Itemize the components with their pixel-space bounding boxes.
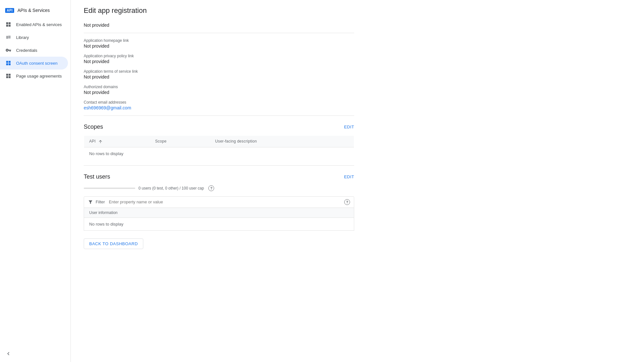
progress-text: 0 users (0 test, 0 other) / 100 user cap — [138, 186, 204, 190]
top-info-section: Not provided — [84, 20, 354, 28]
scopes-table-header: API Scope User-facing description — [84, 136, 354, 147]
scopes-title: Scopes — [84, 124, 103, 130]
privacy-value: Not provided — [84, 59, 354, 64]
scopes-no-rows: No rows to display — [84, 147, 354, 160]
email-section: Contact email addresses esh696969@gmail.… — [84, 100, 354, 110]
description-column-header: User-facing description — [210, 136, 354, 147]
page-title: Edit app registration — [84, 0, 354, 20]
api-column-header[interactable]: API — [84, 136, 150, 147]
sidebar-label-page-usage: Page usage agreements — [16, 74, 62, 79]
test-users-edit-button[interactable]: EDIT — [344, 174, 354, 179]
sidebar-item-enabled-apis[interactable]: Enabled APIs & services — [0, 18, 68, 31]
sidebar-label-oauth-consent: OAuth consent screen — [16, 61, 58, 66]
sidebar-nav: Enabled APIs & services Library Credenti… — [0, 18, 71, 82]
homepage-value: Not provided — [84, 43, 354, 49]
grid-icon — [5, 21, 12, 28]
sidebar-title: APIs & Services — [17, 8, 50, 13]
api-logo: API — [5, 8, 14, 13]
help-icon[interactable]: ? — [208, 185, 214, 191]
user-table-body: No rows to display — [84, 218, 354, 230]
key-icon — [5, 47, 12, 53]
domains-label: Authorized domains — [84, 85, 354, 89]
progress-bar-bg — [84, 188, 135, 189]
filter-help-icon[interactable]: ? — [344, 199, 350, 205]
privacy-section: Application privacy policy link Not prov… — [84, 54, 354, 64]
tos-label: Application terms of service link — [84, 69, 354, 74]
progress-container: 0 users (0 test, 0 other) / 100 user cap… — [84, 185, 354, 191]
user-info-column-header: User information — [84, 208, 354, 218]
domains-value: Not provided — [84, 90, 354, 95]
sidebar: API APIs & Services Enabled APIs & servi… — [0, 0, 71, 362]
filter-label: Filter — [96, 200, 105, 204]
domains-section: Authorized domains Not provided — [84, 85, 354, 95]
user-table-header: User information — [84, 208, 354, 218]
main-content: Edit app registration Not provided Appli… — [71, 0, 644, 362]
scopes-table: API Scope User-facing description No row… — [84, 135, 354, 160]
sidebar-label-library: Library — [16, 35, 29, 40]
back-to-dashboard-button[interactable]: BACK TO DASHBOARD — [84, 238, 143, 249]
sidebar-label-enabled-apis: Enabled APIs & services — [16, 22, 62, 27]
scopes-table-body: No rows to display — [84, 147, 354, 160]
filter-input[interactable] — [109, 200, 340, 204]
email-value: esh696969@gmail.com — [84, 105, 354, 110]
user-no-rows: No rows to display — [84, 218, 354, 230]
sidebar-label-credentials: Credentials — [16, 48, 37, 53]
tos-value: Not provided — [84, 74, 354, 79]
privacy-label: Application privacy policy link — [84, 54, 354, 58]
test-users-title: Test users — [84, 173, 110, 180]
sidebar-item-oauth-consent[interactable]: OAuth consent screen — [0, 57, 68, 70]
page-icon — [5, 73, 12, 79]
filter-bar: Filter ? — [84, 196, 354, 208]
filter-icon — [88, 200, 93, 205]
email-label: Contact email addresses — [84, 100, 354, 105]
user-table: User information No rows to display — [84, 208, 354, 231]
table-row: No rows to display — [84, 147, 354, 160]
scopes-edit-button[interactable]: EDIT — [344, 125, 354, 129]
divider-1 — [84, 33, 354, 33]
test-users-header: Test users EDIT — [84, 173, 354, 180]
sidebar-item-credentials[interactable]: Credentials — [0, 44, 68, 57]
sort-icon — [98, 139, 103, 144]
sidebar-header: API APIs & Services — [0, 5, 71, 18]
top-not-provided-value: Not provided — [84, 20, 354, 28]
collapse-button[interactable] — [0, 345, 71, 362]
scopes-header: Scopes EDIT — [84, 124, 354, 130]
sidebar-item-library[interactable]: Library — [0, 31, 68, 44]
tos-section: Application terms of service link Not pr… — [84, 69, 354, 79]
divider-2 — [84, 116, 354, 116]
homepage-section: Application homepage link Not provided — [84, 38, 354, 49]
divider-3 — [84, 165, 354, 166]
books-icon — [5, 34, 12, 41]
consent-icon — [5, 60, 12, 66]
scope-column-header: Scope — [150, 136, 210, 147]
homepage-label: Application homepage link — [84, 38, 354, 43]
sidebar-item-page-usage[interactable]: Page usage agreements — [0, 70, 68, 82]
table-row: No rows to display — [84, 218, 354, 230]
